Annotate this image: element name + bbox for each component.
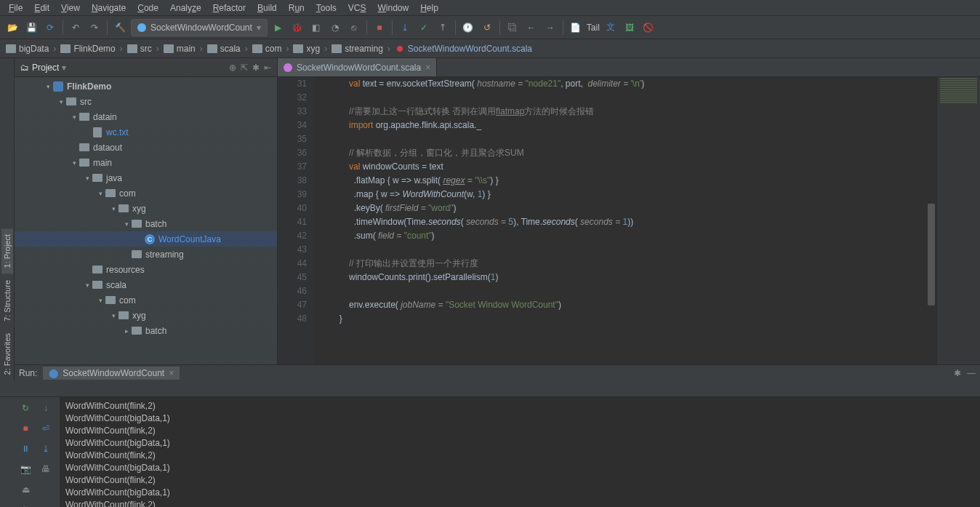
profile-icon[interactable]: ◔ bbox=[327, 20, 343, 36]
stop-icon[interactable]: ■ bbox=[371, 20, 387, 36]
update-icon[interactable]: ⤓ bbox=[397, 20, 413, 36]
tree-item-wordcountjava[interactable]: CWordCountJava bbox=[15, 231, 277, 247]
structure-tab[interactable]: 7: Structure bbox=[1, 274, 13, 327]
tree-item-batch[interactable]: ▾batch bbox=[15, 216, 277, 231]
close-run-tab-icon[interactable]: × bbox=[169, 368, 174, 378]
tree-item-resources[interactable]: resources bbox=[15, 262, 277, 277]
rerun-icon[interactable]: ↻ bbox=[17, 400, 33, 416]
project-icon: 🗂 bbox=[20, 63, 29, 73]
menu-run[interactable]: Run bbox=[283, 1, 310, 15]
block-icon[interactable]: 🚫 bbox=[640, 20, 656, 36]
scala-icon bbox=[137, 23, 146, 32]
stop-run-icon[interactable]: ■ bbox=[17, 420, 33, 436]
scala-icon: ⬤ bbox=[49, 368, 58, 378]
line-gutter[interactable]: 313233343536373839404142434445464748 bbox=[278, 77, 314, 364]
breadcrumb-bar: bigData›FlinkDemo›src›main›scala›com›xyg… bbox=[0, 39, 980, 58]
editor-scrollbar[interactable] bbox=[928, 204, 935, 306]
forward-icon[interactable]: → bbox=[542, 20, 558, 36]
menu-bar: File Edit View Navigate Code Analyze Ref… bbox=[0, 0, 980, 16]
tree-item-batch[interactable]: ▸batch bbox=[15, 323, 277, 338]
tree-item-streaming[interactable]: streaming bbox=[15, 247, 277, 262]
menu-vcs[interactable]: VCS bbox=[342, 1, 372, 15]
menu-tools[interactable]: Tools bbox=[310, 1, 342, 15]
tree-item-com[interactable]: ▾com bbox=[15, 185, 277, 201]
hammer-icon[interactable]: 🔨 bbox=[112, 20, 128, 36]
menu-navigate[interactable]: Navigate bbox=[86, 1, 132, 15]
image-icon[interactable]: 🖼 bbox=[622, 20, 638, 36]
console-output[interactable]: WordWithCount(flink,2)WordWithCount(bigD… bbox=[60, 397, 980, 507]
menu-help[interactable]: Help bbox=[414, 1, 444, 15]
tree-item-scala[interactable]: ▾scala bbox=[15, 277, 277, 292]
favorites-tab[interactable]: 2: Favorites bbox=[1, 327, 13, 380]
tree-item-main[interactable]: ▾main bbox=[15, 155, 277, 170]
menu-view[interactable]: View bbox=[55, 1, 86, 15]
menu-edit[interactable]: Edit bbox=[28, 1, 55, 15]
open-icon[interactable]: 📂 bbox=[4, 20, 20, 36]
breadcrumb-item[interactable]: com› bbox=[252, 44, 291, 54]
exit-icon[interactable]: ⏏ bbox=[17, 482, 33, 498]
save-all-icon[interactable]: 💾 bbox=[23, 20, 39, 36]
close-tab-icon[interactable]: × bbox=[425, 63, 430, 73]
translate-icon[interactable]: 文 bbox=[603, 20, 619, 36]
editor-tab-label: SocketWindowWordCount.scala bbox=[297, 63, 421, 73]
breadcrumb-item[interactable]: bigData› bbox=[6, 44, 57, 54]
attach-icon[interactable]: ⎋ bbox=[346, 20, 362, 36]
locate-icon[interactable]: ⊕ bbox=[229, 63, 236, 73]
down-icon[interactable]: ↓ bbox=[38, 400, 54, 416]
breadcrumb-item[interactable]: FlinkDemo› bbox=[60, 44, 124, 54]
print-icon[interactable]: 🖶 bbox=[38, 461, 54, 477]
tree-item-datain[interactable]: ▾datain bbox=[15, 109, 277, 124]
tree-item-src[interactable]: ▾src bbox=[15, 94, 277, 109]
breadcrumb-item[interactable]: main› bbox=[164, 44, 204, 54]
coverage-icon[interactable]: ◧ bbox=[308, 20, 324, 36]
breadcrumb-item[interactable]: scala› bbox=[207, 44, 249, 54]
pause-icon[interactable]: ⏸ bbox=[17, 441, 33, 457]
breadcrumb-item[interactable]: streaming› bbox=[332, 44, 392, 54]
structure-icon[interactable]: ⿻ bbox=[505, 20, 521, 36]
tree-item-com[interactable]: ▾com bbox=[15, 292, 277, 308]
camera-icon[interactable]: 📷 bbox=[17, 461, 33, 477]
run-icon[interactable]: ▶ bbox=[270, 20, 286, 36]
debug-icon[interactable]: 🐞 bbox=[289, 20, 305, 36]
project-tree[interactable]: ▾FlinkDemo▾src▾datainwc.txtdataout▾main▾… bbox=[15, 77, 277, 380]
collapse-icon[interactable]: ⇱ bbox=[241, 63, 248, 73]
push-icon[interactable]: ⤒ bbox=[435, 20, 451, 36]
back-icon[interactable]: ← bbox=[523, 20, 539, 36]
menu-analyze[interactable]: Analyze bbox=[164, 1, 207, 15]
code-editor[interactable]: val text = env.socketTextStream( hostnam… bbox=[314, 77, 980, 364]
menu-file[interactable]: File bbox=[3, 1, 28, 15]
menu-code[interactable]: Code bbox=[132, 1, 164, 15]
wrap-icon[interactable]: ⏎ bbox=[38, 420, 54, 436]
breadcrumb-item[interactable]: SocketWindowWordCount.scala bbox=[395, 44, 532, 54]
edit-icon[interactable]: ✎ bbox=[17, 502, 33, 507]
project-tab[interactable]: 1: Project bbox=[1, 228, 13, 274]
tree-item-dataout[interactable]: dataout bbox=[15, 140, 277, 155]
revert-icon[interactable]: ↺ bbox=[479, 20, 495, 36]
tail-icon[interactable]: 📄 bbox=[568, 20, 584, 36]
run-hide-icon[interactable]: — bbox=[967, 368, 976, 378]
tree-item-xyg[interactable]: ▾xyg bbox=[15, 201, 277, 216]
menu-window[interactable]: Window bbox=[371, 1, 414, 15]
redo-icon[interactable]: ↷ bbox=[87, 20, 103, 36]
tree-item-flinkdemo[interactable]: ▾FlinkDemo bbox=[15, 79, 277, 94]
breadcrumb-item[interactable]: src› bbox=[127, 44, 161, 54]
sync-icon[interactable]: ⟳ bbox=[42, 20, 58, 36]
tree-item-xyg[interactable]: ▾xyg bbox=[15, 308, 277, 323]
run-configuration-dropdown[interactable]: SocketWindowWordCount ▾ bbox=[131, 19, 268, 36]
run-tab[interactable]: ⬤ SocketWindowWordCount × bbox=[43, 367, 180, 380]
menu-refactor[interactable]: Refactor bbox=[207, 1, 252, 15]
tree-item-wc-txt[interactable]: wc.txt bbox=[15, 124, 277, 140]
commit-icon[interactable]: ✓ bbox=[416, 20, 432, 36]
history-icon[interactable]: 🕐 bbox=[460, 20, 476, 36]
minimap[interactable] bbox=[936, 77, 980, 364]
run-settings-icon[interactable]: ✱ bbox=[954, 368, 961, 378]
menu-build[interactable]: Build bbox=[252, 1, 283, 15]
editor-tab[interactable]: SocketWindowWordCount.scala × bbox=[278, 58, 437, 76]
hide-icon[interactable]: ⇤ bbox=[264, 63, 271, 73]
scala-file-icon bbox=[284, 63, 292, 72]
scroll-icon[interactable]: ⤓ bbox=[38, 441, 54, 457]
settings-icon[interactable]: ✱ bbox=[252, 63, 260, 73]
undo-icon[interactable]: ↶ bbox=[68, 20, 84, 36]
breadcrumb-item[interactable]: xyg› bbox=[293, 44, 329, 54]
tree-item-java[interactable]: ▾java bbox=[15, 170, 277, 185]
